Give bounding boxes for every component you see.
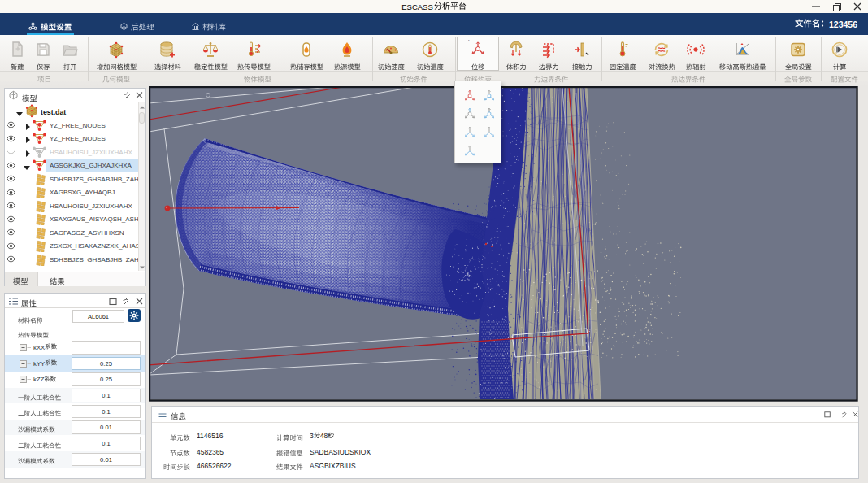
svg-text:z: z bbox=[468, 40, 470, 41]
